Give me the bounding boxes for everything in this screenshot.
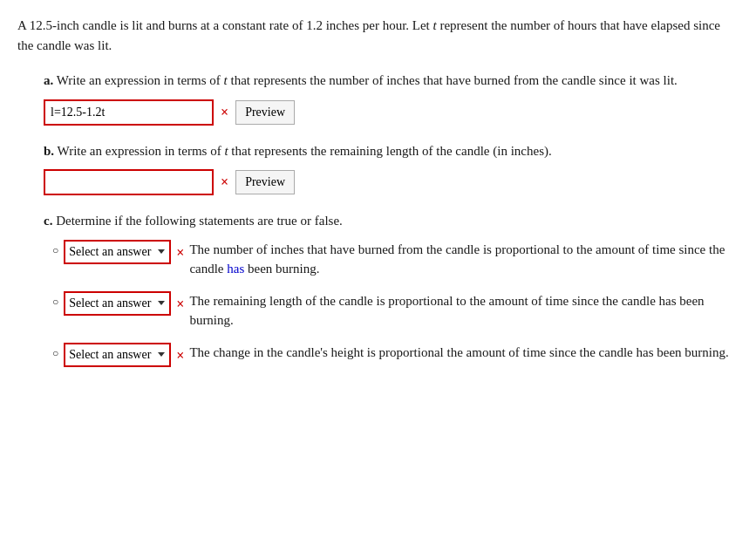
part-c: c. Determine if the following statements… [17,211,739,367]
part-b: b. Write an expression in terms of t tha… [17,141,739,196]
statement-3: ○ Select an answer True False × The chan… [52,343,739,367]
statement-3-content: Select an answer True False × The change… [64,343,728,367]
bullet-2: ○ [52,294,58,310]
statement-2-content: Select an answer True False × The remain… [64,291,739,330]
part-b-input-row: × Preview [44,169,739,195]
bullet-1: ○ [52,242,58,258]
bullet-3: ○ [52,345,58,361]
statement-3-clear-icon[interactable]: × [176,345,184,366]
part-a: a. Write an expression in terms of t tha… [17,71,739,126]
part-c-label: c. Determine if the following statements… [44,211,739,231]
statement-2-select[interactable]: Select an answer True False [64,291,171,316]
statement-1-select[interactable]: Select an answer True False [64,240,171,264]
part-a-preview-button[interactable]: Preview [235,100,295,125]
part-b-clear-icon[interactable]: × [221,174,228,190]
part-a-label: a. Write an expression in terms of t tha… [44,71,739,91]
statement-2-clear-icon[interactable]: × [176,294,184,315]
part-b-input[interactable] [44,169,214,195]
part-a-input[interactable] [44,99,214,126]
statement-1-clear-icon[interactable]: × [176,242,184,263]
part-b-preview-button[interactable]: Preview [235,170,295,194]
statements-list: ○ Select an answer True False × The numb… [44,240,739,367]
statement-2: ○ Select an answer True False × The rema… [52,291,739,330]
statement-2-text: The remaining length of the candle is pr… [189,291,739,330]
part-a-input-row: × Preview [44,99,739,126]
statement-3-select[interactable]: Select an answer True False [64,343,171,367]
statement-1: ○ Select an answer True False × The numb… [52,240,739,279]
statement-1-text: The number of inches that have burned fr… [189,240,739,279]
statement-1-content: Select an answer True False × The number… [64,240,739,279]
statement-3-text: The change in the candle's height is pro… [189,343,728,363]
problem-intro: A 12.5-inch candle is lit and burns at a… [17,16,739,55]
part-b-label: b. Write an expression in terms of t tha… [44,141,739,161]
part-a-clear-icon[interactable]: × [221,105,228,120]
